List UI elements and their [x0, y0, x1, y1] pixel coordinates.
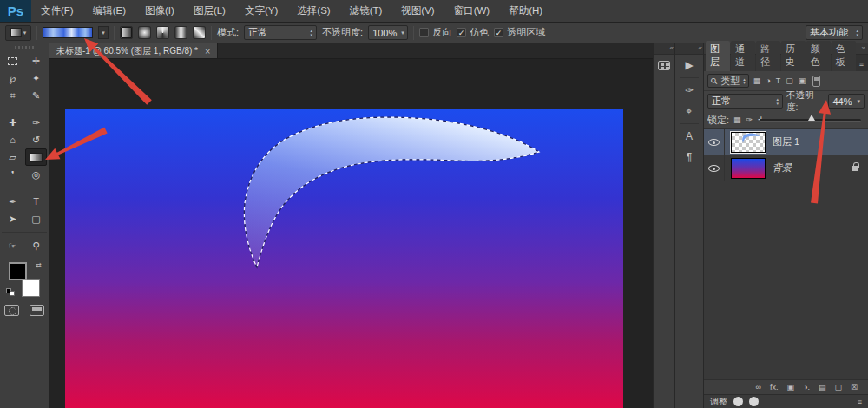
- gradient-picker-caret[interactable]: ▾: [98, 26, 108, 39]
- filter-adjustment-layers-icon[interactable]: ◑: [766, 76, 770, 85]
- reverse-checkbox[interactable]: 反向: [419, 26, 451, 39]
- blend-mode-select[interactable]: 正常 ▴▾: [244, 25, 317, 40]
- gradient-preview[interactable]: [43, 27, 93, 38]
- menu-view[interactable]: 视图(V): [391, 0, 444, 22]
- layer-row-background[interactable]: 背景: [704, 155, 868, 181]
- adjustment-layer-icon[interactable]: ◑.: [803, 383, 810, 392]
- tab-history[interactable]: 历史: [781, 41, 806, 71]
- path-selection-tool[interactable]: ➤: [2, 210, 23, 227]
- crop-tool[interactable]: ⌗: [2, 87, 23, 104]
- clone-source-panel-button[interactable]: ⌖: [675, 101, 703, 122]
- visibility-cell[interactable]: [704, 155, 725, 181]
- tool-preset-picker[interactable]: ▾: [5, 25, 31, 41]
- layer-thumbnail[interactable]: [731, 132, 766, 153]
- history-brush-tool[interactable]: ↺: [25, 131, 47, 148]
- layer-blend-mode-select[interactable]: 正常 ▴▾: [707, 94, 783, 109]
- dither-checkbox[interactable]: ✓ 仿色: [457, 26, 489, 39]
- panel-menu-icon[interactable]: ≡: [857, 60, 866, 71]
- menu-help[interactable]: 帮助(H): [499, 0, 552, 22]
- mini-bridge-panel-button[interactable]: [654, 55, 674, 76]
- lasso-tool[interactable]: ℘: [2, 69, 23, 87]
- canvas[interactable]: [65, 109, 623, 408]
- menu-image[interactable]: 图像(I): [135, 0, 184, 22]
- lock-transparent-pixels-icon[interactable]: ▦: [733, 115, 741, 124]
- tab-layers[interactable]: 图层: [706, 41, 730, 71]
- filter-shape-layers-icon[interactable]: ▢: [786, 76, 793, 85]
- menu-type[interactable]: 文字(Y): [235, 0, 287, 22]
- expand-dock-button[interactable]: «: [654, 43, 674, 55]
- filter-smart-objects-icon[interactable]: ▣: [799, 76, 806, 85]
- clone-stamp-tool[interactable]: ⌂: [2, 131, 23, 148]
- adjustment-preset-icon[interactable]: [733, 397, 743, 406]
- tab-swatches[interactable]: 色板: [832, 41, 856, 71]
- opacity-slider[interactable]: [760, 119, 861, 122]
- caret-down-icon: ▾: [857, 98, 860, 104]
- brush-tool[interactable]: ✑: [25, 114, 47, 131]
- menu-layer[interactable]: 图层(L): [184, 0, 235, 22]
- radial-gradient-button[interactable]: [138, 26, 151, 39]
- linear-gradient-button[interactable]: [120, 26, 133, 39]
- healing-brush-tool[interactable]: ✚: [2, 114, 23, 131]
- menu-window[interactable]: 窗口(W): [444, 0, 500, 22]
- new-group-icon[interactable]: ▤: [819, 383, 826, 392]
- layer-effects-icon[interactable]: fx.: [770, 383, 779, 392]
- reflected-gradient-button[interactable]: [174, 26, 187, 39]
- brush-presets-panel-button[interactable]: ✑: [675, 80, 703, 101]
- character-panel-button[interactable]: A: [675, 126, 703, 147]
- panel-menu-icon[interactable]: ≡: [858, 398, 862, 406]
- link-layers-icon[interactable]: ∞: [756, 383, 761, 392]
- close-icon[interactable]: ×: [205, 47, 210, 56]
- workspace-select[interactable]: 基本功能 ▴▾: [806, 25, 863, 40]
- transparency-checkbox[interactable]: ✓ 透明区域: [494, 26, 545, 39]
- delete-layer-icon[interactable]: ☒: [851, 383, 858, 392]
- tab-paths[interactable]: 路径: [756, 41, 780, 71]
- menu-edit[interactable]: 编辑(E): [83, 0, 135, 22]
- foreground-color-swatch[interactable]: [9, 262, 27, 280]
- layer-row-layer1[interactable]: 图层 1: [704, 129, 868, 155]
- shape-tool[interactable]: ▢: [25, 210, 47, 227]
- magic-wand-tool[interactable]: ✦: [25, 69, 47, 87]
- dodge-tool[interactable]: ◎: [25, 166, 47, 183]
- type-tool[interactable]: T: [25, 193, 47, 210]
- menu-filter[interactable]: 滤镜(T): [340, 0, 392, 22]
- layer-opacity-select[interactable]: 44% ▾: [828, 94, 865, 109]
- quick-mask-button[interactable]: [4, 305, 19, 316]
- filter-toggle-switch[interactable]: [812, 76, 820, 87]
- paragraph-panel-button[interactable]: ¶: [675, 147, 703, 168]
- lock-image-pixels-icon[interactable]: ✑: [746, 115, 753, 124]
- filter-pixel-layers-icon[interactable]: ▦: [753, 76, 761, 85]
- hand-tool[interactable]: ☞: [2, 237, 23, 254]
- opacity-slider-thumb[interactable]: [808, 115, 815, 121]
- tab-color[interactable]: 颜色: [806, 41, 831, 71]
- add-layer-mask-icon[interactable]: ▣: [786, 383, 794, 392]
- move-tool[interactable]: ✛: [25, 52, 47, 69]
- eraser-tool[interactable]: ▱: [2, 148, 23, 166]
- background-color-swatch[interactable]: [22, 279, 40, 297]
- angle-gradient-button[interactable]: [156, 26, 169, 39]
- screen-mode-button[interactable]: [30, 305, 44, 316]
- filter-icons: ▦ ◑ T ▢ ▣: [753, 76, 820, 87]
- pen-tool[interactable]: ✒: [2, 193, 23, 210]
- visibility-cell[interactable]: [704, 129, 725, 155]
- expand-dock-button[interactable]: «: [675, 43, 703, 55]
- filter-type-layers-icon[interactable]: T: [776, 76, 781, 85]
- rectangular-marquee-tool[interactable]: [2, 52, 23, 69]
- blur-tool[interactable]: ❜: [2, 166, 23, 183]
- panel-grip[interactable]: [15, 46, 34, 49]
- default-colors-icon[interactable]: [6, 288, 15, 296]
- gradient-tool[interactable]: [25, 148, 47, 166]
- filter-type-select[interactable]: ⚲ 类型 ▴▾: [707, 74, 749, 88]
- adjustment-preset-icon[interactable]: [749, 397, 759, 406]
- menu-file[interactable]: 文件(F): [31, 0, 83, 22]
- actions-panel-button[interactable]: ▶: [675, 55, 703, 76]
- diamond-gradient-button[interactable]: [193, 26, 206, 39]
- zoom-tool[interactable]: ⚲: [25, 237, 47, 254]
- tab-channels[interactable]: 通道: [731, 41, 755, 71]
- document-tab[interactable]: 未标题-1 @ 60.5% (图层 1, RGB/8) * ×: [49, 43, 218, 58]
- menu-select[interactable]: 选择(S): [287, 0, 339, 22]
- layer-thumbnail[interactable]: [731, 158, 766, 179]
- eyedropper-tool[interactable]: ✎: [25, 87, 47, 104]
- swap-colors-icon[interactable]: ⇄: [36, 261, 42, 269]
- new-layer-icon[interactable]: ▢: [834, 383, 842, 392]
- tool-opacity-select[interactable]: 100% ▾: [368, 25, 408, 40]
